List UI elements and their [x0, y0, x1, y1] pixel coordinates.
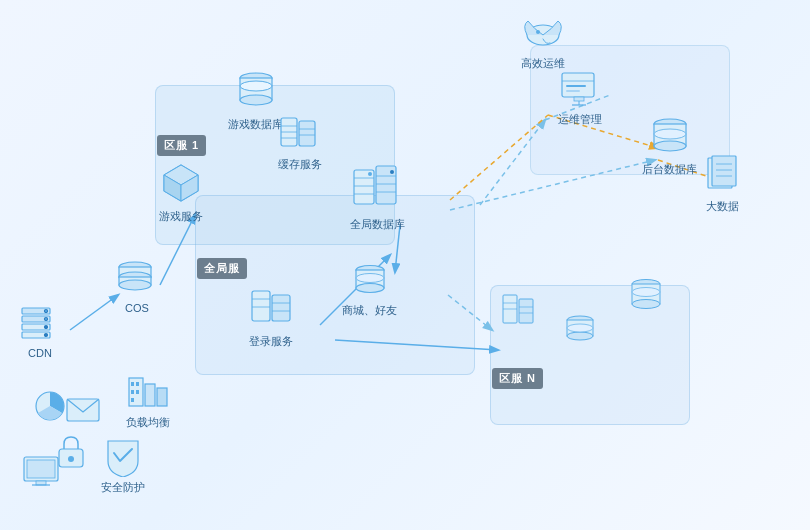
global-db-icon [352, 162, 404, 214]
bigdata-icon [700, 152, 744, 196]
zone-n-db-icon [625, 275, 667, 317]
svg-rect-82 [712, 156, 736, 186]
svg-point-18 [45, 326, 48, 329]
global-db-label: 全局数据库 [350, 217, 405, 232]
login-service-node: 登录服务 [248, 285, 294, 349]
svg-line-0 [70, 295, 118, 330]
svg-rect-105 [27, 460, 55, 478]
svg-rect-63 [131, 382, 134, 386]
cdn-icon [18, 300, 62, 344]
pie-chart-icon [32, 388, 68, 424]
pie-chart-node [32, 388, 68, 424]
game-service-node: 游戏服务 [158, 160, 204, 224]
game-db-node: 游戏数据库 [228, 68, 283, 132]
svg-point-59 [356, 274, 384, 283]
game-service-icon [158, 160, 204, 206]
shop-friend-label: 商城、好友 [342, 303, 397, 318]
shop-friend-icon [349, 258, 391, 300]
zone-n-db-node [625, 275, 667, 317]
backend-db-icon [647, 115, 693, 159]
svg-point-49 [390, 170, 394, 174]
svg-point-31 [240, 95, 272, 105]
svg-rect-64 [131, 390, 134, 394]
svg-point-99 [632, 288, 660, 297]
svg-point-94 [567, 332, 593, 340]
svg-point-24 [119, 280, 151, 290]
svg-rect-34 [299, 121, 315, 146]
svg-point-19 [45, 334, 48, 337]
diagram-container: 区服 1 全局服 区服 N [0, 0, 810, 530]
svg-point-76 [536, 30, 540, 34]
load-balance-label: 负载均衡 [126, 415, 170, 430]
svg-point-17 [45, 318, 48, 321]
cos-node: COS [115, 255, 159, 314]
security-node: 安全防护 [100, 435, 146, 495]
zone-n-server2-icon [560, 310, 600, 350]
cos-icon [115, 255, 159, 299]
cache-service-label: 缓存服务 [278, 157, 322, 172]
load-balance-node: 负载均衡 [125, 370, 171, 430]
svg-rect-62 [157, 388, 167, 406]
svg-point-16 [45, 310, 48, 313]
shop-friend-node: 商城、好友 [342, 258, 397, 318]
zone-n-server1-icon [500, 290, 540, 330]
svg-rect-106 [36, 481, 46, 485]
security-icon [100, 435, 146, 477]
login-service-label: 登录服务 [249, 334, 293, 349]
monitor-node [22, 455, 64, 491]
svg-rect-50 [252, 291, 270, 321]
ops-mgmt-label: 运维管理 [558, 112, 602, 127]
backend-db-node: 后台数据库 [642, 115, 697, 177]
cache-service-icon [279, 112, 321, 154]
svg-rect-70 [566, 85, 586, 87]
svg-rect-67 [136, 390, 139, 394]
ops-mgmt-icon [558, 65, 602, 109]
svg-point-103 [68, 456, 74, 462]
backend-db-label: 后台数据库 [642, 162, 697, 177]
envelope-icon [65, 395, 101, 425]
zone-label-n: 区服 N [492, 368, 543, 389]
efficient-ops-icon [520, 15, 566, 53]
cdn-label: CDN [28, 347, 52, 359]
svg-point-80 [654, 129, 686, 139]
svg-rect-61 [145, 384, 155, 406]
svg-point-98 [632, 300, 660, 309]
svg-rect-51 [272, 295, 290, 321]
svg-rect-87 [519, 299, 533, 323]
svg-point-32 [240, 81, 272, 91]
svg-rect-65 [131, 398, 134, 402]
efficient-ops-node: 高效运维 [520, 15, 566, 71]
svg-rect-66 [136, 382, 139, 386]
svg-point-48 [368, 172, 372, 176]
game-db-icon [233, 68, 279, 114]
bigdata-node: 大数据 [700, 152, 744, 214]
zone-n-server1-node [500, 290, 540, 330]
zone-label-quanju: 全局服 [197, 258, 247, 279]
global-db-node: 全局数据库 [350, 162, 405, 232]
envelope-node [65, 395, 101, 425]
game-service-label: 游戏服务 [159, 209, 203, 224]
cache-service-node: 缓存服务 [278, 112, 322, 172]
game-db-label: 游戏数据库 [228, 117, 283, 132]
ops-mgmt-node: 运维管理 [558, 65, 602, 127]
zone-quanju [195, 195, 475, 375]
zone-label-1: 区服 1 [157, 135, 206, 156]
cos-label: COS [125, 302, 149, 314]
zone-n-server2-node [560, 310, 600, 350]
svg-rect-71 [566, 90, 580, 92]
svg-point-79 [654, 141, 686, 151]
login-service-icon [248, 285, 294, 331]
security-label: 安全防护 [101, 480, 145, 495]
load-balance-icon [125, 370, 171, 412]
efficient-ops-label: 高效运维 [521, 56, 565, 71]
svg-point-58 [356, 284, 384, 293]
cdn-node: CDN [18, 300, 62, 359]
bigdata-label: 大数据 [706, 199, 739, 214]
svg-point-95 [567, 324, 593, 332]
svg-rect-72 [574, 97, 584, 101]
monitor-icon [22, 455, 64, 491]
